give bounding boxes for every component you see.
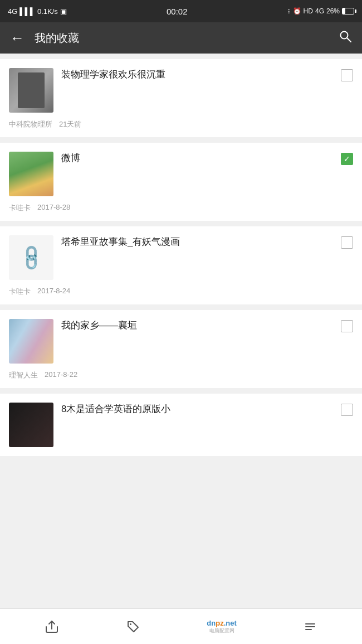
battery-percent: 26%: [326, 7, 340, 15]
card-title-2: 微博: [61, 152, 341, 165]
checkbox-3[interactable]: [341, 236, 353, 249]
thumbnail-3: 🔗: [9, 235, 53, 280]
hd-badge: HD: [304, 7, 313, 15]
list-item[interactable]: 我的家乡——襄垣 理智人生 2017-8-22: [0, 310, 362, 388]
share-button[interactable]: [44, 619, 60, 635]
more-button[interactable]: [302, 619, 318, 635]
network-4g: 4G: [315, 7, 324, 15]
list-item[interactable]: 8木是适合学英语的原版小: [0, 394, 362, 456]
logo-sub: 电脑配置网: [209, 627, 234, 635]
signal-text: 4G: [8, 7, 17, 16]
list-item[interactable]: 微博 ✓ 卡哇卡 2017-8-28: [0, 143, 362, 221]
card-title-5: 8木是适合学英语的原版小: [61, 403, 341, 416]
checkbox-1[interactable]: [341, 69, 353, 81]
logo-net: .net: [224, 619, 237, 627]
speed-text: 0.1K/s: [37, 7, 58, 16]
card-date-2: 2017-8-28: [37, 203, 70, 213]
card-date-3: 2017-8-24: [37, 287, 70, 297]
thumbnail-4: [9, 319, 53, 364]
checkbox-2[interactable]: ✓: [341, 153, 353, 165]
card-date-4: 2017-8-22: [45, 370, 77, 380]
search-button[interactable]: [339, 30, 352, 46]
card-source-4: 理智人生: [9, 370, 38, 380]
bottom-toolbar: dnpz.net 电脑配置网: [0, 608, 362, 644]
card-content-4: 我的家乡——襄垣: [61, 319, 353, 332]
card-meta-2: 卡哇卡 2017-8-28: [9, 203, 353, 213]
card-title-1: 装物理学家很欢乐很沉重: [61, 68, 341, 81]
logo-button: dnpz.net 电脑配置网: [207, 619, 236, 635]
battery-icon: [342, 8, 354, 14]
card-meta-3: 卡哇卡 2017-8-24: [9, 287, 353, 297]
signal-bars: ▌▌▌: [19, 7, 35, 16]
status-right: ⫶ ⏰ HD 4G 26%: [287, 7, 354, 15]
card-source-3: 卡哇卡: [9, 287, 31, 297]
card-content-5: 8木是适合学英语的原版小: [61, 403, 353, 416]
back-button[interactable]: ←: [10, 30, 25, 47]
card-meta-1: 中科院物理所 21天前: [9, 119, 353, 129]
status-time: 00:02: [167, 7, 188, 16]
card-title-4: 我的家乡——襄垣: [61, 319, 341, 332]
thumbnail-1: [9, 68, 53, 113]
svg-point-2: [130, 623, 131, 625]
list-item[interactable]: 装物理学家很欢乐很沉重 中科院物理所 21天前: [0, 59, 362, 137]
card-date-1: 21天前: [59, 119, 81, 129]
list-item[interactable]: 🔗 塔希里亚故事集_有妖气漫画 卡哇卡 2017-8-24: [0, 226, 362, 304]
tag-button[interactable]: [125, 619, 141, 635]
svg-line-1: [347, 38, 351, 42]
card-title-3: 塔希里亚故事集_有妖气漫画: [61, 235, 341, 249]
card-source-1: 中科院物理所: [9, 119, 52, 129]
storage-icon: ▣: [60, 7, 67, 16]
nav-bar: ← 我的收藏: [0, 22, 362, 54]
logo-pz: pz: [216, 619, 223, 627]
thumbnail-5: [9, 403, 53, 447]
thumbnail-2: [9, 152, 53, 196]
card-source-2: 卡哇卡: [9, 203, 31, 213]
logo-dn: dn: [207, 619, 216, 627]
card-content-1: 装物理学家很欢乐很沉重: [61, 68, 353, 81]
alarm-icon: ⏰: [293, 7, 301, 15]
page-title: 我的收藏: [35, 31, 339, 46]
status-left: 4G ▌▌▌ 0.1K/s ▣: [8, 7, 67, 16]
status-bar: 4G ▌▌▌ 0.1K/s ▣ 00:02 ⫶ ⏰ HD 4G 26%: [0, 0, 362, 22]
card-content-3: 塔希里亚故事集_有妖气漫画: [61, 235, 353, 249]
card-content-2: 微博 ✓: [61, 152, 353, 165]
vibrate-icon: ⫶: [287, 7, 291, 15]
checkbox-4[interactable]: [341, 320, 353, 332]
logo-text: dnpz.net: [207, 619, 236, 627]
checkbox-5[interactable]: [341, 404, 353, 416]
card-meta-4: 理智人生 2017-8-22: [9, 370, 353, 380]
content-area: 装物理学家很欢乐很沉重 中科院物理所 21天前 微博 ✓ 卡哇卡 2017-8-…: [0, 54, 362, 608]
link-icon: 🔗: [16, 242, 46, 273]
checkmark-icon: ✓: [344, 155, 350, 163]
